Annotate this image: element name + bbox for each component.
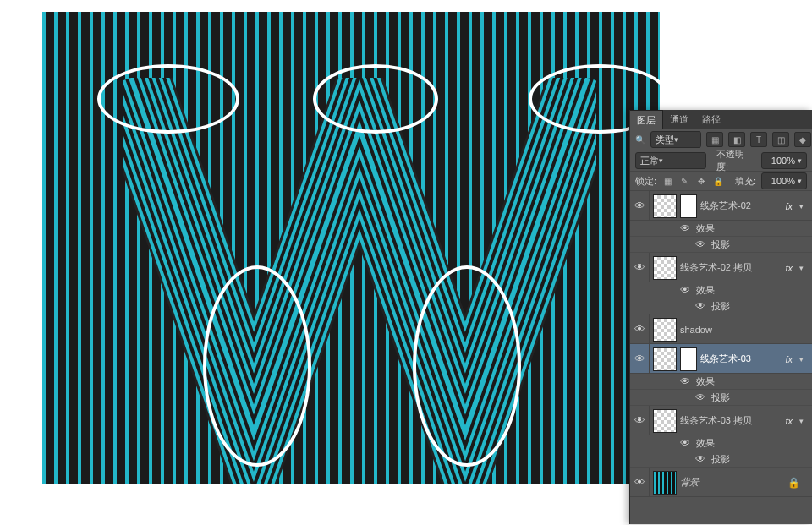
effect-name: 投影 [711, 238, 730, 251]
w-letter-art [123, 78, 596, 484]
effect-name: 投影 [711, 300, 730, 313]
visibility-eye-icon[interactable]: 👁 [679, 375, 691, 387]
visibility-eye-icon[interactable]: 👁 [630, 253, 650, 282]
visibility-eye-icon[interactable]: 👁 [630, 191, 650, 220]
layer-top: 线条艺术-02fx▾ [653, 194, 804, 218]
layer-name[interactable]: 线条艺术-02 [700, 200, 782, 212]
visibility-eye-icon[interactable]: 👁 [630, 314, 650, 343]
layer-body: 线条艺术-02 拷贝fx▾ [650, 254, 807, 282]
visibility-eye-icon[interactable]: 👁 [630, 344, 650, 373]
layer-row[interactable]: 👁背景🔒 [630, 468, 812, 497]
layer-effect-item[interactable]: 👁投影 [630, 451, 812, 468]
visibility-eye-icon[interactable]: 👁 [694, 391, 706, 403]
layer-top: 线条艺术-03 拷贝fx▾ [653, 409, 804, 433]
layer-mask-thumbnail[interactable] [680, 194, 697, 218]
layer-top: shadow [653, 318, 804, 342]
layer-name[interactable]: 线条艺术-02 拷贝 [680, 261, 782, 274]
visibility-eye-icon[interactable]: 👁 [694, 453, 706, 465]
visibility-eye-icon[interactable]: 👁 [694, 238, 706, 250]
layer-thumbnail[interactable] [653, 347, 677, 371]
layer-name[interactable]: shadow [680, 325, 804, 335]
visibility-eye-icon[interactable]: 👁 [679, 437, 691, 449]
layer-row[interactable]: 👁线条艺术-02fx▾ [630, 191, 812, 221]
layer-effects-label[interactable]: 👁效果 [630, 435, 812, 451]
layer-effects-label[interactable]: 👁效果 [630, 374, 812, 390]
filter-kind-label: 类型 [656, 134, 674, 146]
layer-body: 背景🔒 [650, 468, 807, 496]
chevron-down-icon[interactable]: ▾ [799, 264, 804, 272]
effects-label: 效果 [696, 437, 715, 450]
lock-label: 锁定: [635, 175, 656, 188]
filter-shape-icon[interactable]: ◫ [772, 132, 789, 147]
visibility-eye-icon[interactable]: 👁 [694, 300, 706, 312]
visibility-eye-icon[interactable]: 👁 [679, 222, 691, 234]
panel-tabs: 图层 通道 路径 [630, 110, 812, 129]
effects-label: 效果 [696, 284, 715, 297]
layer-thumbnail[interactable] [653, 318, 677, 342]
annotation-ellipse [203, 265, 311, 467]
lock-row: 锁定: ▦ ✎ ✥ 🔒 填充: 100% ▾ [630, 172, 812, 191]
layer-row[interactable]: 👁shadow [630, 314, 812, 344]
opacity-input[interactable]: 100% ▾ [761, 152, 807, 169]
lock-move-icon[interactable]: ✥ [695, 175, 707, 187]
lock-paint-icon[interactable]: ✎ [678, 175, 690, 187]
layer-effects-label[interactable]: 👁效果 [630, 221, 812, 237]
tab-channels[interactable]: 通道 [663, 110, 695, 129]
filter-adjust-icon[interactable]: ◧ [728, 132, 745, 147]
filter-kind-dropdown[interactable]: 类型 ▾ [650, 131, 701, 148]
fill-value: 100% [771, 176, 795, 186]
opacity-value: 100% [771, 156, 795, 166]
canvas [42, 12, 660, 484]
fx-badge[interactable]: fx [785, 263, 796, 273]
layer-thumbnail[interactable] [653, 471, 677, 495]
tab-paths[interactable]: 路径 [695, 110, 727, 129]
visibility-eye-icon[interactable]: 👁 [630, 406, 650, 435]
layer-effect-item[interactable]: 👁投影 [630, 298, 812, 314]
layer-row[interactable]: 👁线条艺术-03fx▾ [630, 344, 812, 374]
layer-top: 背景🔒 [653, 471, 804, 495]
filter-text-icon[interactable]: T [750, 132, 767, 147]
annotation-ellipse [413, 265, 521, 467]
layer-name[interactable]: 线条艺术-03 拷贝 [680, 414, 782, 427]
effect-name: 投影 [711, 453, 730, 466]
blend-mode-value: 正常 [640, 155, 659, 167]
fill-input[interactable]: 100% ▾ [761, 172, 807, 189]
visibility-eye-icon[interactable]: 👁 [630, 468, 650, 496]
layer-body: 线条艺术-03fx▾ [650, 345, 807, 373]
annotation-ellipse [97, 64, 239, 134]
layer-thumbnail[interactable] [653, 194, 677, 218]
blend-mode-dropdown[interactable]: 正常 ▾ [635, 152, 706, 169]
layer-effect-item[interactable]: 👁投影 [630, 237, 812, 253]
layer-top: 线条艺术-02 拷贝fx▾ [653, 256, 804, 280]
layers-panel: 图层 通道 路径 🔍 类型 ▾ ▦ ◧ T ◫ ◆ 正常 ▾ 不透明度: 100… [629, 110, 812, 524]
layer-thumbnail[interactable] [653, 256, 677, 280]
chevron-down-icon: ▾ [798, 177, 802, 185]
chevron-down-icon[interactable]: ▾ [799, 417, 804, 425]
chevron-down-icon: ▾ [659, 156, 663, 165]
filter-pixel-icon[interactable]: ▦ [706, 132, 723, 147]
lock-icon: 🔒 [784, 477, 804, 489]
fx-badge[interactable]: fx [785, 416, 796, 426]
fx-badge[interactable]: fx [785, 201, 796, 211]
layer-body: 线条艺术-02fx▾ [650, 192, 807, 220]
lock-trans-icon[interactable]: ▦ [661, 175, 673, 187]
filter-type-icons: ▦ ◧ T ◫ ◆ [706, 132, 811, 147]
lock-all-icon[interactable]: 🔒 [712, 175, 724, 187]
chevron-down-icon[interactable]: ▾ [799, 355, 804, 364]
chevron-down-icon[interactable]: ▾ [799, 202, 804, 211]
layer-name[interactable]: 线条艺术-03 [700, 353, 782, 365]
blend-row: 正常 ▾ 不透明度: 100% ▾ [630, 150, 812, 172]
layer-effect-item[interactable]: 👁投影 [630, 390, 812, 406]
layer-row[interactable]: 👁线条艺术-03 拷贝fx▾ [630, 406, 812, 435]
layer-thumbnail[interactable] [653, 409, 677, 433]
layer-row[interactable]: 👁线条艺术-02 拷贝fx▾ [630, 253, 812, 282]
layers-list: 👁线条艺术-02fx▾👁效果👁投影👁线条艺术-02 拷贝fx▾👁效果👁投影👁sh… [630, 191, 812, 524]
visibility-eye-icon[interactable]: 👁 [679, 284, 691, 296]
effects-label: 效果 [696, 375, 715, 388]
layer-mask-thumbnail[interactable] [680, 347, 697, 371]
fx-badge[interactable]: fx [785, 354, 796, 364]
tab-layers[interactable]: 图层 [630, 110, 663, 129]
filter-smart-icon[interactable]: ◆ [794, 132, 811, 147]
layer-name[interactable]: 背景 [680, 476, 781, 489]
layer-effects-label[interactable]: 👁效果 [630, 282, 812, 298]
